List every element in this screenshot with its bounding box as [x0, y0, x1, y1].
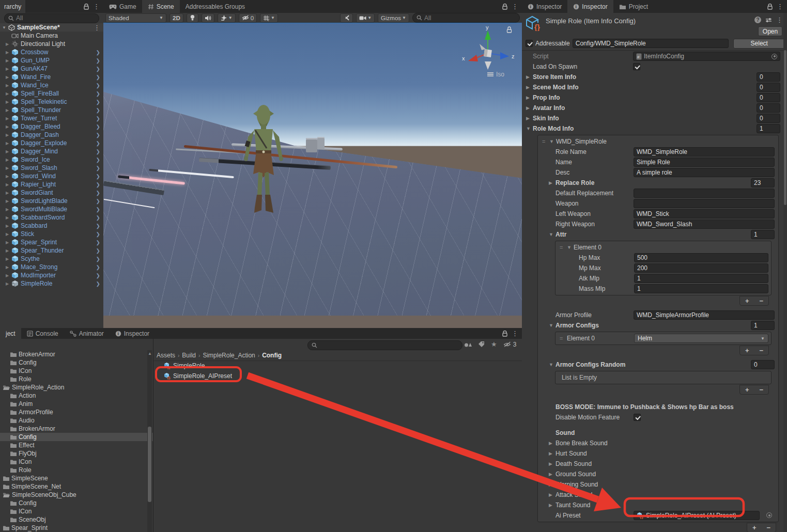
text-field[interactable]: 200 [634, 263, 768, 273]
inspector-tab-inspector[interactable]: iInspector [522, 0, 567, 13]
dropdown-field[interactable]: Helm▼ [634, 334, 768, 343]
number-field[interactable]: 0 [757, 83, 780, 92]
foldout-right-icon[interactable]: ▶ [6, 100, 11, 104]
gizmos-dropdown[interactable]: Gizmos ▼ [378, 13, 409, 23]
foldout-right-icon[interactable]: ▶ [549, 482, 555, 487]
tree-folder-config[interactable]: Config [0, 499, 153, 507]
hierarchy-item-mace-strong[interactable]: ▶Mace_Strong❯ [0, 263, 103, 271]
foldout-right-icon[interactable]: ▶ [6, 182, 11, 187]
scene-tab-scene[interactable]: Scene [142, 0, 180, 13]
addressable-address-field[interactable]: Config/WMD_SimpleRole [573, 39, 729, 48]
checkbox[interactable] [633, 63, 640, 70]
foldout-right-icon[interactable]: ▶ [6, 240, 11, 245]
inspector-tab-inspector[interactable]: iInspector [567, 0, 613, 13]
scene-menu-kebab-icon[interactable]: ⋮ [94, 24, 100, 31]
hierarchy-item-wand-ice[interactable]: ▶Wand_Ice❯ [0, 81, 103, 89]
prefab-chevron-icon[interactable]: ❯ [96, 223, 100, 229]
prefab-chevron-icon[interactable]: ❯ [96, 58, 100, 64]
prefab-chevron-icon[interactable]: ❯ [96, 273, 100, 278]
scene-viewport[interactable]: y x z Iso [103, 23, 522, 328]
hierarchy-item-gun-ump[interactable]: ▶Gun_UMP❯ [0, 56, 103, 65]
hierarchy-item-scabbard[interactable]: ▶Scabbard❯ [0, 222, 103, 230]
hierarchy-item-dagger-dash[interactable]: ▶Dagger_Dash❯ [0, 131, 103, 139]
prefab-chevron-icon[interactable]: ❯ [96, 207, 100, 212]
lock-icon[interactable] [767, 4, 773, 10]
hierarchy-item-scabbardsword[interactable]: ▶ScabbardSword❯ [0, 213, 103, 222]
scene-tab-game[interactable]: Game [103, 0, 142, 13]
tree-folder-effect[interactable]: Effect [0, 441, 153, 449]
gizmo-y-label[interactable]: y [486, 26, 489, 30]
foldout-right-icon[interactable]: ▶ [6, 207, 11, 212]
prefab-chevron-icon[interactable]: ❯ [96, 157, 100, 163]
foldout-right-icon[interactable]: ▶ [6, 199, 11, 204]
prefab-chevron-icon[interactable]: ❯ [96, 124, 100, 130]
bottom-tab-console[interactable]: Console [21, 328, 64, 339]
tree-folder-anim[interactable]: Anim [0, 400, 153, 408]
prefab-chevron-icon[interactable]: ❯ [96, 140, 100, 146]
number-field[interactable]: 0 [757, 114, 780, 123]
foldout-down-icon[interactable]: ▼ [549, 232, 555, 237]
grid-dropdown[interactable]: y ▼ [260, 13, 278, 23]
tree-folder-simplerole-action[interactable]: SimpleRole_Action [0, 383, 153, 392]
foldout-right-icon[interactable]: ▶ [6, 67, 11, 71]
menu-kebab-icon[interactable]: ⋮ [93, 3, 100, 10]
add-element-button[interactable]: + [745, 298, 749, 304]
hierarchy-item-spear-sprint[interactable]: ▶Spear_Sprint❯ [0, 238, 103, 246]
prefab-chevron-icon[interactable]: ❯ [96, 190, 100, 196]
prefab-chevron-icon[interactable]: ❯ [96, 215, 100, 221]
tree-folder-flyobj[interactable]: FlyObj [0, 449, 153, 458]
hierarchy-item-spell-telekinetic[interactable]: ▶Spell_Telekinetic❯ [0, 98, 103, 106]
object-field[interactable]: {}SimpleRole_AIPreset (AI Preset) [634, 511, 760, 520]
foldout-right-icon[interactable]: ▶ [549, 503, 555, 508]
audio-toggle[interactable] [202, 13, 214, 23]
foldout-right-icon[interactable]: ▶ [6, 58, 11, 63]
hierarchy-item-sword-wind[interactable]: ▶Sword_Wind❯ [0, 172, 103, 180]
foldout-right-icon[interactable]: ▶ [6, 166, 11, 170]
tree-folder-brokenarmor[interactable]: BrokenArmor [0, 425, 153, 433]
tree-folder-armorprofile[interactable]: ArmorProfile [0, 408, 153, 416]
breadcrumb-build[interactable]: Build [182, 352, 196, 359]
hierarchy-item-spell-fireball[interactable]: ▶Spell_FireBall❯ [0, 89, 103, 98]
foldout-right-icon[interactable]: ▶ [6, 158, 11, 162]
foldout-right-icon[interactable]: ▶ [6, 174, 11, 179]
scroll-up-icon[interactable]: ▲ [148, 351, 152, 356]
remove-element-button[interactable]: − [759, 386, 763, 393]
text-field[interactable]: WMD_Stick [634, 209, 775, 218]
tree-folder-role[interactable]: Role [0, 466, 153, 474]
hierarchy-search-input[interactable]: All [4, 13, 99, 23]
hierarchy-item-swordlightblade[interactable]: ▶SwordLightBlade❯ [0, 197, 103, 205]
hierarchy-item-stick[interactable]: ▶Stick❯ [0, 230, 103, 238]
foldout-right-icon[interactable]: ▶ [549, 472, 555, 477]
scrollbar-thumb[interactable] [784, 50, 786, 205]
prefab-chevron-icon[interactable]: ❯ [96, 50, 100, 55]
gizmo-lock-icon[interactable] [507, 29, 512, 33]
prefab-chevron-icon[interactable]: ❯ [96, 256, 100, 262]
foldout-right-icon[interactable]: ▶ [6, 42, 11, 46]
remove-element-button[interactable]: − [759, 347, 763, 354]
2d-toggle[interactable]: 2D [169, 13, 183, 23]
prefab-chevron-icon[interactable]: ❯ [96, 132, 100, 138]
number-field[interactable]: 1 [757, 124, 780, 133]
scrollbar-thumb[interactable] [148, 427, 151, 502]
hierarchy-item-modimporter[interactable]: ▶ModImporter❯ [0, 271, 103, 279]
foldout-down-icon[interactable]: ▼ [549, 139, 556, 144]
hierarchy-item-spell-thunder[interactable]: ▶Spell_Thunder❯ [0, 106, 103, 114]
scene-cube[interactable] [306, 138, 317, 152]
tree-folder-action[interactable]: Action [0, 392, 153, 400]
hierarchy-item-dagger-mind[interactable]: ▶Dagger_Mind❯ [0, 147, 103, 155]
gizmo-projection-toggle[interactable]: Iso [487, 71, 504, 78]
checkbox[interactable] [634, 414, 641, 421]
filter-by-label-icon[interactable] [478, 341, 485, 348]
bottom-tab-animator[interactable]: Animator [64, 328, 110, 339]
foldout-down-icon[interactable]: ▼ [549, 323, 555, 328]
hierarchy-item-rapier-light[interactable]: ▶Rapier_Light❯ [0, 180, 103, 189]
foldout-right-icon[interactable]: ▶ [6, 133, 11, 137]
gizmo-x-label[interactable]: x [462, 55, 465, 61]
breadcrumb-config[interactable]: Config [262, 352, 282, 359]
foldout-right-icon[interactable]: ▶ [526, 105, 533, 111]
number-field[interactable]: 0 [757, 103, 780, 113]
script-field[interactable]: #ItemInfoConfig [633, 52, 780, 61]
asset-item-simplerole[interactable]: {}SimpleRole [153, 361, 522, 370]
prefab-chevron-icon[interactable]: ❯ [96, 281, 100, 287]
menu-kebab-icon[interactable]: ⋮ [512, 3, 518, 10]
